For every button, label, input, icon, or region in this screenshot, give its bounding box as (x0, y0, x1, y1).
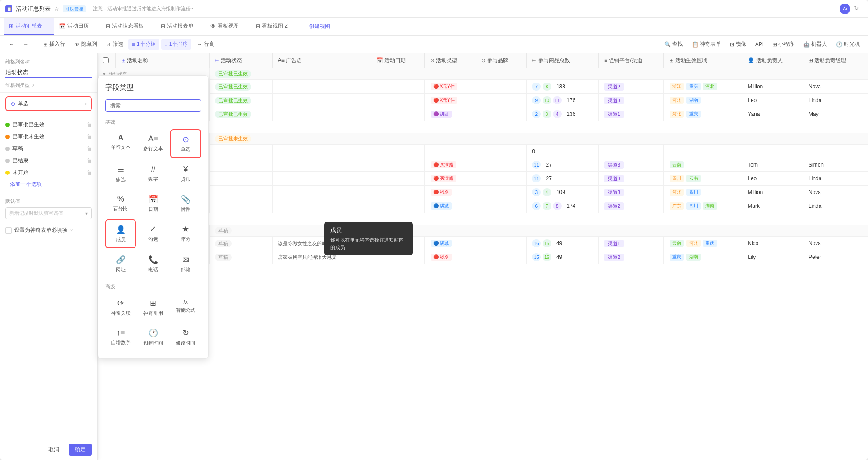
th-activity-name[interactable]: ⊞ 活动名称 (115, 53, 210, 68)
robot-btn[interactable]: 🤖 机器人 (801, 39, 830, 49)
required-help-icon[interactable]: ? (70, 228, 73, 233)
mirror-btn[interactable]: ⊡ 镜像 (727, 39, 749, 49)
th-type[interactable]: ⊙ 活动类型 (424, 53, 476, 68)
th-brand[interactable]: ⊙ 参与品牌 (476, 53, 526, 68)
insert-row-btn[interactable]: ⊞ 插入行 (40, 39, 69, 50)
option-dot-5 (5, 171, 10, 175)
group-btn[interactable]: ≡ 1个分组 (128, 39, 159, 50)
undo-btn[interactable]: ← (5, 40, 18, 49)
tab-report-more[interactable]: ⋯ (195, 24, 200, 28)
magic-form-btn[interactable]: 📋 神奇表单 (689, 39, 724, 49)
tab-more-icon2[interactable]: ⋯ (91, 24, 95, 28)
th-platform[interactable]: ≡ 促销平台/渠道 (598, 53, 663, 68)
type-member[interactable]: 👤 成员 (105, 219, 136, 248)
miniapp-btn[interactable]: ⊞ 小程序 (770, 39, 797, 49)
tab-board-view2[interactable]: ⊟ 看板视图 2 ⋯ (250, 18, 299, 35)
th-checkbox[interactable] (98, 53, 115, 68)
delete-option-2[interactable]: 🗑 (86, 133, 92, 140)
th-product-count[interactable]: ⊙ 参与商品总数 (527, 53, 599, 68)
type-search-input[interactable] (105, 99, 201, 112)
type-date[interactable]: 📅 日期 (138, 190, 168, 218)
table-container[interactable]: ⊞ 活动名称 ⊙ 活动状态 A≡ 广告语 📅 (98, 53, 868, 460)
type-percent[interactable]: % 百分比 (105, 190, 136, 218)
tab-more-icon[interactable]: ⋯ (44, 24, 48, 28)
type-phone[interactable]: 📞 电话 (138, 250, 168, 278)
type-selector[interactable]: ⊙ 单选 › (5, 96, 92, 111)
delete-option-5[interactable]: 🗑 (86, 169, 92, 176)
selected-type-label: 单选 (18, 100, 28, 107)
option-approved-active[interactable]: 已审批已生效 🗑 (0, 119, 97, 131)
sort-btn[interactable]: ↕ 1个排序 (161, 39, 192, 50)
confirm-button[interactable]: 确定 (69, 444, 92, 456)
type-multi-select[interactable]: ☰ 多选 (105, 160, 136, 188)
option-ended[interactable]: 已结束 🗑 (0, 155, 97, 167)
th-manager[interactable]: ⊞ 活动负责经理 (803, 53, 868, 68)
tab-board-more[interactable]: ⋯ (241, 24, 245, 28)
required-checkbox[interactable] (5, 227, 12, 234)
type-email[interactable]: ✉ 邮箱 (170, 250, 201, 278)
add-view-label: + 创建视图 (305, 23, 330, 30)
type-magic-ref[interactable]: ⊞ 神奇引用 (138, 293, 168, 321)
type-grid-advanced: ⟳ 神奇关联 ⊞ 神奇引用 fx 智能公式 ↑≡ 自增数字 (98, 292, 208, 353)
group2-tag: 已审批未生效 (215, 135, 251, 143)
type-magic-link[interactable]: ⟳ 神奇关联 (105, 293, 136, 321)
field-name-input[interactable] (5, 67, 92, 78)
search-btn[interactable]: 🔍 查找 (662, 39, 686, 49)
tab-add-view[interactable]: + 创建视图 (299, 18, 336, 35)
app-icon: 📋 (5, 5, 12, 12)
delete-option-3[interactable]: 🗑 (86, 145, 92, 152)
option-draft[interactable]: 草稿 🗑 (0, 143, 97, 155)
tab-board-view[interactable]: 👁 看板视图 ⋯ (205, 18, 250, 35)
default-placeholder: 新增记录时默认填写该值 (9, 210, 63, 217)
star-icon[interactable]: ☆ (54, 6, 59, 12)
type-formula[interactable]: fx 智能公式 (170, 293, 201, 321)
delete-option-4[interactable]: 🗑 (86, 157, 92, 164)
th-status[interactable]: ⊙ 活动状态 (210, 53, 273, 68)
type-checkbox[interactable]: ✓ 勾选 (138, 219, 168, 248)
th-owner[interactable]: 👤 活动负责人 (742, 53, 803, 68)
type-create-time[interactable]: 🕐 创建时间 (138, 323, 168, 351)
delete-option-1[interactable]: 🗑 (86, 121, 92, 128)
type-multiline[interactable]: A≡ 多行文本 (138, 129, 168, 158)
activity-type: 🔴 秒杀 (431, 189, 452, 196)
default-value-select[interactable]: 新增记录时默认填写该值 ▾ (5, 207, 92, 219)
filter-btn[interactable]: ⊿ 筛选 (103, 39, 127, 50)
cancel-button[interactable]: 取消 (42, 444, 65, 456)
type-number[interactable]: # 数字 (138, 160, 168, 188)
type-auto-num[interactable]: ↑≡ 自增数字 (105, 323, 136, 351)
add-option-btn[interactable]: + 添加一个选项 (0, 178, 97, 190)
required-section: 设置为神奇表单必填项 ? (0, 223, 97, 238)
type-url[interactable]: 🔗 网址 (105, 250, 136, 278)
select-all-checkbox[interactable] (103, 57, 109, 63)
option-not-started[interactable]: 未开始 🗑 (0, 167, 97, 178)
refresh-icon[interactable]: ↻ (854, 4, 863, 13)
timemachine-btn[interactable]: 🕐 时光机 (833, 39, 863, 49)
type-modify-time[interactable]: ↻ 修改时间 (170, 323, 201, 351)
api-btn[interactable]: API (753, 40, 766, 49)
num-badge: 15 (532, 253, 541, 261)
hide-col-btn[interactable]: 👁 隐藏列 (71, 39, 101, 50)
row-height-btn[interactable]: ↔ 行高 (193, 39, 218, 50)
tab-board2-more[interactable]: ⋯ (289, 24, 294, 28)
type-attachment[interactable]: 📎 附件 (170, 190, 201, 218)
activity-type: 🔵 满减 (431, 202, 452, 210)
tab-kanban-more[interactable]: ⋯ (146, 24, 150, 28)
tab-calendar[interactable]: 📅 活动日历 ⋯ (54, 18, 100, 35)
text-icon: A (118, 134, 123, 142)
region-badge: 重庆 (703, 240, 717, 247)
tab-report[interactable]: ⊟ 活动报表单 ⋯ (155, 18, 205, 35)
type-rating[interactable]: ★ 评分 (170, 219, 201, 248)
th-date[interactable]: 📅 活动日期 (371, 53, 424, 68)
option-approved-inactive[interactable]: 已审批未生效 🗑 (0, 131, 97, 143)
num-badge: 11 (553, 96, 562, 104)
tab-summary[interactable]: ⊞ 活动汇总表 ⋯ (4, 18, 54, 35)
th-region[interactable]: ⊞ 活动生效区域 (664, 53, 742, 68)
tab-kanban[interactable]: ⊟ 活动状态看板 ⋯ (100, 18, 155, 35)
type-text[interactable]: A 单行文本 (105, 129, 136, 158)
th-ad[interactable]: A≡ 广告语 (272, 53, 371, 68)
type-single-select[interactable]: ⊙ 单选 (170, 129, 201, 158)
type-currency[interactable]: ¥ 货币 (170, 160, 201, 188)
activity-type: 🔴 X元Y件 (431, 97, 457, 104)
type-selector-inner[interactable]: ⊙ 单选 › (5, 96, 92, 111)
redo-btn[interactable]: → (20, 40, 32, 49)
